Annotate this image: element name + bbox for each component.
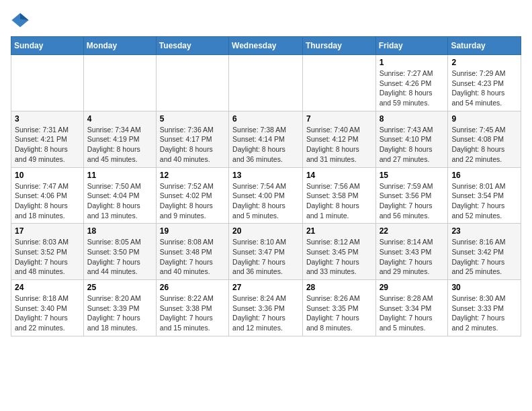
calendar-cell: 29Sunrise: 8:28 AM Sunset: 3:34 PM Dayli… (375, 280, 448, 336)
day-number: 4 (87, 114, 152, 124)
calendar-week-row: 10Sunrise: 7:47 AM Sunset: 4:06 PM Dayli… (11, 167, 521, 224)
day-number: 8 (380, 114, 445, 124)
calendar-cell: 1Sunrise: 7:27 AM Sunset: 4:26 PM Daylig… (375, 55, 448, 111)
day-number: 28 (306, 283, 372, 292)
day-info: Sunrise: 8:22 AM Sunset: 3:38 PM Dayligh… (160, 293, 225, 333)
day-number: 2 (451, 58, 517, 67)
calendar-cell: 11Sunrise: 7:50 AM Sunset: 4:04 PM Dayli… (83, 167, 156, 224)
day-number: 23 (451, 226, 517, 236)
calendar-cell: 13Sunrise: 7:54 AM Sunset: 4:00 PM Dayli… (229, 167, 303, 224)
day-number: 7 (306, 114, 372, 124)
calendar-cell: 4Sunrise: 7:34 AM Sunset: 4:19 PM Daylig… (83, 111, 156, 167)
day-info: Sunrise: 7:47 AM Sunset: 4:06 PM Dayligh… (15, 181, 80, 221)
day-number: 26 (160, 283, 225, 292)
svg-marker-1 (20, 13, 29, 21)
calendar-cell: 22Sunrise: 8:14 AM Sunset: 3:43 PM Dayli… (375, 224, 448, 280)
calendar-table: SundayMondayTuesdayWednesdayThursdayFrid… (11, 36, 521, 336)
day-number: 6 (232, 114, 299, 124)
day-number: 20 (232, 226, 299, 236)
day-number: 12 (160, 171, 225, 180)
day-info: Sunrise: 8:12 AM Sunset: 3:45 PM Dayligh… (306, 237, 372, 277)
calendar-cell: 10Sunrise: 7:47 AM Sunset: 4:06 PM Dayli… (11, 167, 84, 224)
day-info: Sunrise: 7:34 AM Sunset: 4:19 PM Dayligh… (87, 125, 152, 165)
calendar-cell: 17Sunrise: 8:03 AM Sunset: 3:52 PM Dayli… (11, 224, 84, 280)
calendar-week-row: 24Sunrise: 8:18 AM Sunset: 3:40 PM Dayli… (11, 280, 521, 336)
day-info: Sunrise: 8:03 AM Sunset: 3:52 PM Dayligh… (15, 237, 80, 277)
day-info: Sunrise: 8:20 AM Sunset: 3:39 PM Dayligh… (87, 293, 152, 333)
calendar-day-header: Sunday (11, 37, 84, 55)
page-header (11, 11, 521, 30)
calendar-cell: 3Sunrise: 7:31 AM Sunset: 4:21 PM Daylig… (11, 111, 84, 167)
calendar-cell: 26Sunrise: 8:22 AM Sunset: 3:38 PM Dayli… (156, 280, 228, 336)
calendar-cell: 28Sunrise: 8:26 AM Sunset: 3:35 PM Dayli… (302, 280, 375, 336)
day-number: 17 (15, 226, 80, 236)
calendar-cell (229, 55, 303, 111)
calendar-cell: 19Sunrise: 8:08 AM Sunset: 3:48 PM Dayli… (156, 224, 228, 280)
calendar-cell (302, 55, 375, 111)
day-info: Sunrise: 8:26 AM Sunset: 3:35 PM Dayligh… (306, 293, 372, 333)
calendar-cell (83, 55, 156, 111)
calendar-day-header: Wednesday (229, 37, 303, 55)
day-info: Sunrise: 8:18 AM Sunset: 3:40 PM Dayligh… (15, 293, 80, 333)
calendar-cell: 16Sunrise: 8:01 AM Sunset: 3:54 PM Dayli… (448, 167, 521, 224)
day-info: Sunrise: 8:10 AM Sunset: 3:47 PM Dayligh… (232, 237, 299, 277)
day-number: 22 (380, 226, 445, 236)
day-info: Sunrise: 7:38 AM Sunset: 4:14 PM Dayligh… (232, 125, 299, 165)
calendar-cell: 12Sunrise: 7:52 AM Sunset: 4:02 PM Dayli… (156, 167, 228, 224)
day-number: 19 (160, 226, 225, 236)
calendar-cell: 7Sunrise: 7:40 AM Sunset: 4:12 PM Daylig… (302, 111, 375, 167)
day-info: Sunrise: 8:01 AM Sunset: 3:54 PM Dayligh… (451, 181, 517, 221)
day-info: Sunrise: 8:08 AM Sunset: 3:48 PM Dayligh… (160, 237, 225, 277)
day-number: 27 (232, 283, 299, 292)
calendar-day-header: Tuesday (156, 37, 228, 55)
calendar-cell: 23Sunrise: 8:16 AM Sunset: 3:42 PM Dayli… (448, 224, 521, 280)
calendar-cell: 15Sunrise: 7:59 AM Sunset: 3:56 PM Dayli… (375, 167, 448, 224)
day-info: Sunrise: 7:43 AM Sunset: 4:10 PM Dayligh… (380, 125, 445, 165)
day-number: 25 (87, 283, 152, 292)
logo-icon (11, 11, 30, 30)
calendar-cell: 9Sunrise: 7:45 AM Sunset: 4:08 PM Daylig… (448, 111, 521, 167)
calendar-cell: 21Sunrise: 8:12 AM Sunset: 3:45 PM Dayli… (302, 224, 375, 280)
day-info: Sunrise: 8:05 AM Sunset: 3:50 PM Dayligh… (87, 237, 152, 277)
calendar-cell (11, 55, 84, 111)
day-info: Sunrise: 7:29 AM Sunset: 4:23 PM Dayligh… (451, 68, 517, 108)
calendar-cell: 24Sunrise: 8:18 AM Sunset: 3:40 PM Dayli… (11, 280, 84, 336)
calendar-cell: 6Sunrise: 7:38 AM Sunset: 4:14 PM Daylig… (229, 111, 303, 167)
calendar-week-row: 1Sunrise: 7:27 AM Sunset: 4:26 PM Daylig… (11, 55, 521, 111)
day-number: 5 (160, 114, 225, 124)
day-number: 3 (15, 114, 80, 124)
day-number: 11 (87, 171, 152, 180)
calendar-day-header: Thursday (302, 37, 375, 55)
calendar-cell: 5Sunrise: 7:36 AM Sunset: 4:17 PM Daylig… (156, 111, 228, 167)
day-number: 15 (380, 171, 445, 180)
calendar-cell: 20Sunrise: 8:10 AM Sunset: 3:47 PM Dayli… (229, 224, 303, 280)
day-number: 14 (306, 171, 372, 180)
day-number: 10 (15, 171, 80, 180)
day-number: 21 (306, 226, 372, 236)
day-info: Sunrise: 7:59 AM Sunset: 3:56 PM Dayligh… (380, 181, 445, 221)
day-info: Sunrise: 7:52 AM Sunset: 4:02 PM Dayligh… (160, 181, 225, 221)
day-number: 16 (451, 171, 517, 180)
day-number: 29 (380, 283, 445, 292)
day-info: Sunrise: 7:45 AM Sunset: 4:08 PM Dayligh… (451, 125, 517, 165)
calendar-cell: 25Sunrise: 8:20 AM Sunset: 3:39 PM Dayli… (83, 280, 156, 336)
calendar-week-row: 3Sunrise: 7:31 AM Sunset: 4:21 PM Daylig… (11, 111, 521, 167)
day-info: Sunrise: 7:50 AM Sunset: 4:04 PM Dayligh… (87, 181, 152, 221)
day-number: 24 (15, 283, 80, 292)
day-info: Sunrise: 7:31 AM Sunset: 4:21 PM Dayligh… (15, 125, 80, 165)
day-info: Sunrise: 7:56 AM Sunset: 3:58 PM Dayligh… (306, 181, 372, 221)
day-info: Sunrise: 7:54 AM Sunset: 4:00 PM Dayligh… (232, 181, 299, 221)
day-number: 18 (87, 226, 152, 236)
calendar-day-header: Friday (375, 37, 448, 55)
calendar-cell: 2Sunrise: 7:29 AM Sunset: 4:23 PM Daylig… (448, 55, 521, 111)
calendar-cell: 18Sunrise: 8:05 AM Sunset: 3:50 PM Dayli… (83, 224, 156, 280)
calendar-header-row: SundayMondayTuesdayWednesdayThursdayFrid… (11, 37, 521, 55)
calendar-day-header: Monday (83, 37, 156, 55)
day-number: 9 (451, 114, 517, 124)
calendar-cell: 30Sunrise: 8:30 AM Sunset: 3:33 PM Dayli… (448, 280, 521, 336)
day-number: 1 (380, 58, 445, 67)
day-info: Sunrise: 8:16 AM Sunset: 3:42 PM Dayligh… (451, 237, 517, 277)
calendar-week-row: 17Sunrise: 8:03 AM Sunset: 3:52 PM Dayli… (11, 224, 521, 280)
day-info: Sunrise: 8:14 AM Sunset: 3:43 PM Dayligh… (380, 237, 445, 277)
day-info: Sunrise: 8:30 AM Sunset: 3:33 PM Dayligh… (451, 293, 517, 333)
